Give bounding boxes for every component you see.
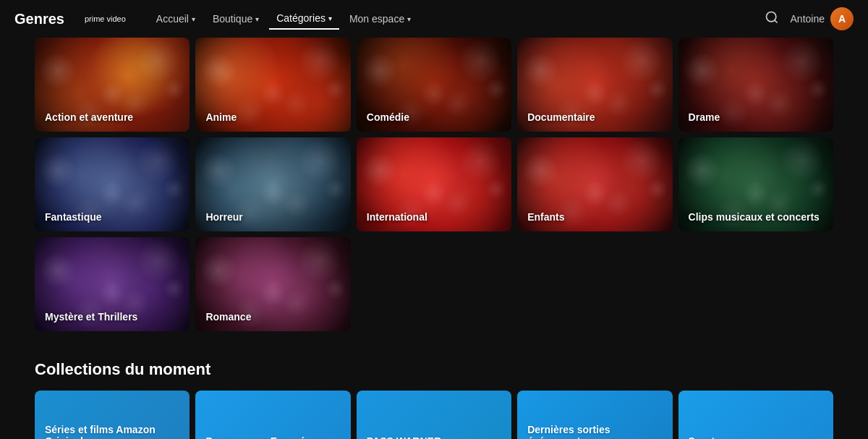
- nav-link-boutique[interactable]: Boutique ▾: [205, 8, 266, 30]
- collection-label-amazon-original: Séries et films Amazon Original: [45, 424, 179, 439]
- collection-label-europeen: Programmes Européens: [205, 435, 323, 439]
- chevron-down-icon: ▾: [328, 14, 332, 22]
- genre-label-enfants: Enfants: [527, 211, 564, 223]
- nav-link-accueil[interactable]: Accueil ▾: [149, 8, 203, 30]
- genre-label-mystere: Mystère et Thrillers: [45, 311, 137, 323]
- prime-video-logo: prime video: [85, 14, 126, 23]
- collection-card-pass-warner[interactable]: PASS WARNER: [357, 391, 511, 439]
- collection-label-sport: Sport: [689, 435, 715, 439]
- genre-label-clips: Clips musicaux et concerts: [689, 211, 820, 223]
- genre-label-international: International: [367, 211, 427, 223]
- collection-card-amazon-original[interactable]: Séries et films Amazon Original: [35, 391, 190, 439]
- genre-card-comedie[interactable]: Comédie: [357, 38, 511, 132]
- genre-card-anime[interactable]: Anime: [195, 38, 350, 132]
- user-menu[interactable]: Antoine A: [791, 7, 854, 30]
- genre-card-romance[interactable]: Romance: [195, 237, 350, 331]
- genre-card-international[interactable]: International: [357, 137, 511, 231]
- genre-card-enfants[interactable]: Enfants: [517, 137, 672, 231]
- avatar: A: [830, 7, 854, 30]
- nav-right: Antoine A: [765, 7, 854, 30]
- main-content: Action et aventure Anime Comédie Documen…: [0, 38, 868, 439]
- nav-links: Accueil ▾ Boutique ▾ Catégories ▾ Mon es…: [149, 8, 765, 30]
- page-title: Genres: [14, 11, 64, 27]
- genre-label-horreur: Horreur: [205, 211, 242, 223]
- chevron-down-icon: ▾: [192, 15, 195, 23]
- nav-link-categories[interactable]: Catégories ▾: [269, 8, 339, 30]
- genre-label-fantastique: Fantastique: [45, 211, 102, 223]
- collections-grid: Séries et films Amazon Original Programm…: [35, 391, 833, 439]
- chevron-down-icon: ▾: [255, 15, 259, 23]
- collections-section-title: Collections du moment: [35, 360, 833, 379]
- genre-card-fantastique[interactable]: Fantastique: [35, 137, 190, 231]
- genre-card-drame[interactable]: Drame: [678, 38, 833, 132]
- chevron-down-icon: ▾: [407, 15, 411, 23]
- collection-card-sport[interactable]: Sport: [678, 391, 833, 439]
- genre-label-action-aventure: Action et aventure: [45, 111, 133, 123]
- genre-card-mystere[interactable]: Mystère et Thrillers: [35, 237, 190, 331]
- nav-link-mon-espace[interactable]: Mon espace ▾: [342, 8, 418, 30]
- main-nav: Genres prime video Accueil ▾ Boutique ▾ …: [0, 0, 868, 38]
- genre-card-horreur[interactable]: Horreur: [195, 137, 350, 231]
- collection-card-dernieres-sorties[interactable]: Dernières sorties événement: [517, 391, 672, 439]
- genre-label-romance: Romance: [205, 311, 251, 323]
- genre-card-action-aventure[interactable]: Action et aventure: [35, 38, 190, 132]
- username-label: Antoine: [791, 13, 825, 25]
- genre-label-drame: Drame: [689, 111, 720, 123]
- genre-label-documentaire: Documentaire: [527, 111, 595, 123]
- collection-label-dernieres-sorties: Dernières sorties événement: [527, 424, 662, 439]
- collection-label-pass-warner: PASS WARNER: [367, 435, 441, 439]
- collection-card-europeen[interactable]: Programmes Européens: [195, 391, 350, 439]
- svg-point-0: [766, 12, 775, 21]
- svg-line-1: [774, 20, 777, 22]
- genre-grid: Action et aventure Anime Comédie Documen…: [35, 38, 833, 331]
- genre-card-documentaire[interactable]: Documentaire: [517, 38, 672, 132]
- genre-label-comedie: Comédie: [367, 111, 409, 123]
- genre-label-anime: Anime: [205, 111, 237, 123]
- search-icon[interactable]: [765, 10, 779, 28]
- genre-card-clips[interactable]: Clips musicaux et concerts: [678, 137, 833, 231]
